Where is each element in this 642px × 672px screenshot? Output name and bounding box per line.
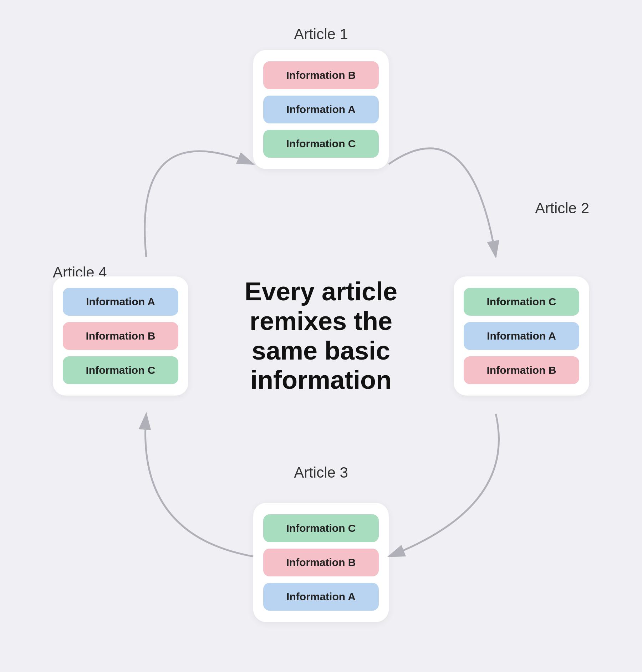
article1-box: Information B Information A Information …: [253, 50, 389, 169]
article2-label: Article 2: [535, 200, 589, 217]
article2-item-1: Information C: [464, 288, 579, 316]
article4-item-3: Information C: [63, 356, 178, 384]
article4-item-2: Information B: [63, 322, 178, 350]
article3-item-1: Information C: [263, 514, 379, 542]
center-text: Every article remixes the same basic inf…: [228, 277, 414, 395]
article1-item-1: Information B: [263, 61, 379, 89]
diagram-container: Every article remixes the same basic inf…: [0, 0, 642, 672]
article1-item-2: Information A: [263, 96, 379, 123]
article3-label: Article 3: [294, 464, 348, 481]
article3-item-3: Information A: [263, 583, 379, 611]
article2-item-3: Information B: [464, 356, 579, 384]
article3-box: Information C Information B Information …: [253, 503, 389, 622]
article3-item-2: Information B: [263, 549, 379, 576]
article1-item-3: Information C: [263, 130, 379, 158]
article2-box: Information C Information A Information …: [454, 276, 589, 396]
arrow-3-to-4: [146, 414, 254, 556]
article2-item-2: Information A: [464, 322, 579, 350]
arrow-1-to-2: [389, 148, 496, 257]
arrow-4-to-1: [145, 151, 253, 257]
arrow-2-to-3: [389, 414, 499, 556]
article1-label: Article 1: [294, 26, 348, 43]
article4-item-1: Information A: [63, 288, 178, 316]
center-text-content: Every article remixes the same basic inf…: [245, 277, 397, 394]
article4-box: Information A Information B Information …: [53, 276, 188, 396]
